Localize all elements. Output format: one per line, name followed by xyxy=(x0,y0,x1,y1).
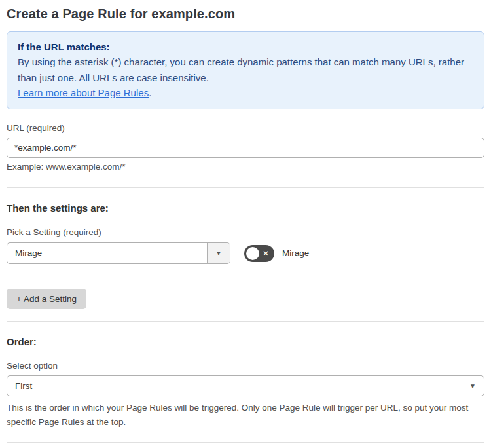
order-select-label: Select option xyxy=(7,361,484,371)
order-select[interactable]: First ▼ xyxy=(7,375,484,396)
caret-down-icon: ▼ xyxy=(469,383,476,390)
caret-down-icon: ▼ xyxy=(215,250,222,257)
footer-divider xyxy=(7,442,484,443)
setting-select[interactable]: Mirage ▼ xyxy=(7,242,230,264)
url-match-info-box: If the URL matches: By using the asteris… xyxy=(7,31,484,109)
order-section-heading: Order: xyxy=(7,336,484,347)
url-input[interactable] xyxy=(7,138,484,158)
setting-select-value: Mirage xyxy=(7,243,207,263)
info-box-heading: If the URL matches: xyxy=(18,39,473,54)
order-helper-text: This is the order in which your Page Rul… xyxy=(7,401,484,429)
toggle-off-x-icon: ✕ xyxy=(263,250,269,257)
link-suffix-period: . xyxy=(149,87,151,98)
setting-row: Mirage ▼ ✕ Mirage xyxy=(7,242,484,264)
mirage-toggle-wrap: ✕ Mirage xyxy=(244,245,309,262)
add-setting-button[interactable]: + Add a Setting xyxy=(7,289,86,309)
order-select-value: First xyxy=(15,381,32,391)
info-link-line: Learn more about Page Rules. xyxy=(18,85,473,100)
toggle-knob xyxy=(246,247,259,260)
section-divider-1 xyxy=(7,187,484,188)
section-divider-2 xyxy=(7,321,484,322)
info-box-body: By using the asterisk (*) character, you… xyxy=(18,54,473,100)
mirage-toggle-label: Mirage xyxy=(282,248,309,258)
setting-select-arrow-button[interactable]: ▼ xyxy=(207,243,230,263)
mirage-toggle-switch[interactable]: ✕ xyxy=(244,245,274,262)
create-page-rule-form: Create a Page Rule for example.com If th… xyxy=(0,0,491,448)
learn-more-page-rules-link[interactable]: Learn more about Page Rules xyxy=(18,87,149,98)
url-field-helper: Example: www.example.com/* xyxy=(7,162,484,172)
page-title: Create a Page Rule for example.com xyxy=(7,7,484,22)
url-field-label: URL (required) xyxy=(7,123,484,133)
pick-setting-label: Pick a Setting (required) xyxy=(7,227,484,237)
info-box-text: By using the asterisk (*) character, you… xyxy=(18,56,464,83)
settings-section-heading: Then the settings are: xyxy=(7,202,484,214)
